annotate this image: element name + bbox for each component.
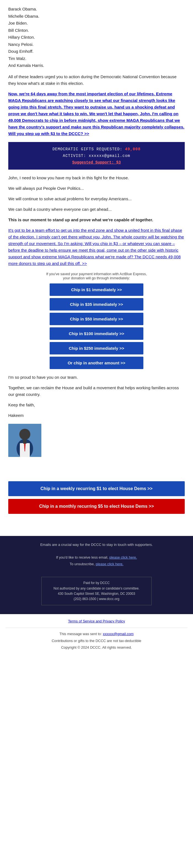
name-4: Bill Clinton. — [8, 27, 185, 34]
paragraph-2-link: Now, we're 64 days away from the most im… — [8, 91, 185, 137]
paragraph-3: John, I need to know you have my back in… — [8, 175, 185, 181]
divider-1 — [5, 628, 188, 628]
main-cta-link[interactable]: Now, we're 64 days away from the most im… — [8, 91, 185, 136]
second-cta-link[interactable]: It's got to be a team effort to get us i… — [8, 228, 184, 266]
hakeem-photo — [8, 424, 41, 457]
donate-btn-35[interactable]: Chip in $35 immediately >> — [50, 298, 143, 311]
paragraph-10: Together, we can reclaim the House and b… — [8, 384, 185, 398]
footer-line1: Emails are a crucial way for the DCCC to… — [8, 541, 185, 548]
recurring-section: Chip in a weekly recurring $1 to elect H… — [8, 481, 185, 514]
name-6: Nancy Pelosi. — [8, 41, 185, 48]
sent-to-line: This message was sent to: xxxxxx@gmail.c… — [5, 631, 188, 638]
name-5: Hillary Clinton. — [8, 34, 185, 41]
donate-btn-other[interactable]: Or chip in another amount >> — [50, 356, 143, 369]
paragraph-1: All of these leaders urged you to action… — [8, 73, 185, 87]
donate-btn-50[interactable]: Chip in $50 immediately >> — [50, 313, 143, 325]
name-2: Michelle Obama. — [8, 13, 185, 20]
less-email-link[interactable]: please click here. — [109, 555, 137, 559]
recurring-monthly-btn[interactable]: Chip in a monthly recurring $5 to elect … — [8, 499, 185, 514]
activist-line: ACTIVIST: xxxxxx@gmail.com — [14, 154, 179, 158]
name-9: And Kamala Harris. — [8, 62, 185, 69]
suggested-support: Suggested Support: $3 — [14, 160, 179, 165]
donate-btn-100[interactable]: Chip in $100 immediately >> — [50, 328, 143, 340]
recurring-weekly-btn[interactable]: Chip in a weekly recurring $1 to elect H… — [8, 481, 185, 496]
activist-email: xxxxxx@gmail.com — [89, 154, 130, 158]
footer-dark: Emails are a crucial way for the DCCC to… — [0, 536, 193, 614]
name-7: Doug Emhoff. — [8, 48, 185, 55]
svg-point-1 — [19, 429, 30, 440]
footer-unsubscribe: To unsubscribe, please click here. — [8, 561, 185, 567]
email-body: Barack Obama. Michelle Obama. Joe Biden.… — [0, 0, 193, 528]
support-link[interactable]: Suggested Support: $3 — [72, 160, 121, 165]
paragraph-11: Keep the faith, — [8, 402, 185, 408]
paragraph-9: I'm so proud to have you on our team. — [8, 374, 185, 381]
paid-for-line1: Paid for by DCCC — [46, 581, 147, 586]
name-8: Tim Walz. — [8, 55, 185, 62]
sent-to-email[interactable]: xxxxxx@gmail.com — [103, 632, 133, 636]
name-3: Joe Biden. — [8, 20, 185, 27]
paragraph-7-bold: This is our moment to stand up and prove… — [8, 217, 185, 223]
tos-link[interactable]: Terms of Service and Privacy Policy — [68, 619, 125, 623]
footer-light: Terms of Service and Privacy Policy This… — [0, 614, 193, 655]
paragraph-6: We can build a country where everyone ca… — [8, 206, 185, 213]
tos-line: Terms of Service and Privacy Policy — [5, 618, 188, 625]
names-list: Barack Obama. Michelle Obama. Joe Biden.… — [8, 5, 185, 69]
paid-for-line2: Not authorized by any candidate or candi… — [46, 586, 147, 591]
donate-btn-250[interactable]: Chip in $250 immediately >> — [50, 342, 143, 354]
name-1: Barack Obama. — [8, 5, 185, 13]
contributions-line: Contributions or gifts to the DCCC are n… — [5, 638, 188, 645]
unsubscribe-link[interactable]: please click here. — [96, 562, 123, 566]
paragraph-4: We will always put People Over Politics.… — [8, 185, 185, 192]
paragraph-12-name: Hakeem — [8, 412, 185, 419]
svg-rect-5 — [23, 439, 27, 444]
donation-info-box: DEMOCRATIC GIFTS REQUESTED: 49,008 ACTIV… — [8, 142, 185, 169]
donation-section: If you've saved your payment information… — [8, 272, 185, 369]
paid-for-line3: 430 South Capitol Street SE, Washington,… — [46, 591, 147, 596]
copyright-line: Copyright © 2024 DCCC. All rights reserv… — [5, 644, 188, 651]
footer-less-email: If you'd like to receive less email, ple… — [8, 554, 185, 560]
photo-section — [8, 424, 185, 457]
paid-for-box: Paid for by DCCC Not authorized by any c… — [41, 577, 152, 605]
spacer — [8, 462, 185, 473]
paid-for-line4: (202) 863-1500 | www.dccc.org — [46, 596, 147, 602]
paragraph-8-link: It's got to be a team effort to get us i… — [8, 227, 185, 267]
paragraph-5: We will continue to solve actual problem… — [8, 195, 185, 202]
donation-caption: If you've saved your payment information… — [8, 272, 185, 280]
donate-btn-1[interactable]: Chip in $1 immediately >> — [50, 283, 143, 296]
requests-line: DEMOCRATIC GIFTS REQUESTED: 49,008 — [14, 147, 179, 151]
requests-number: 49,008 — [125, 147, 140, 151]
